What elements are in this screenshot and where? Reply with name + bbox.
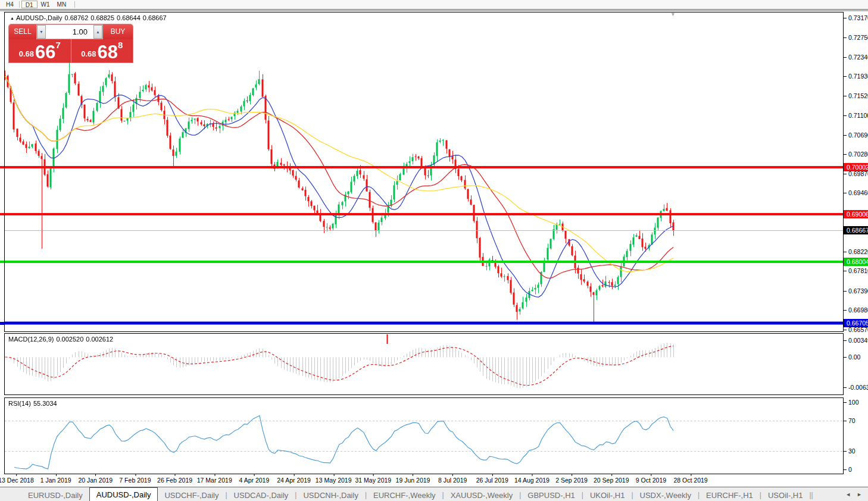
tab-eurchf-h1[interactable]: EURCHF-,H1 bbox=[700, 489, 760, 501]
macd-scale-tick: -0.00637 bbox=[843, 383, 868, 392]
price-tick: 0.71100 bbox=[843, 111, 868, 120]
price-tick: 0.70280 bbox=[843, 150, 868, 158]
price-tick: 0.73170 bbox=[843, 14, 868, 22]
hline-stub bbox=[0, 322, 4, 325]
volume-stepper: ▼ 1.00 ▲ bbox=[36, 24, 103, 39]
tabs-scroll-right-icon[interactable]: ► bbox=[857, 491, 862, 497]
tab-usdchf-daily[interactable]: USDCHF-,Daily bbox=[158, 489, 225, 501]
chart-ohlc-header: ▲AUDUSD-,Daily0.687620.688250.686440.686… bbox=[10, 14, 169, 21]
date-label: 14 Aug 2019 bbox=[514, 477, 549, 484]
date-label: 26 Jul 2019 bbox=[476, 477, 508, 484]
price-line-badge: 0.69006 bbox=[844, 210, 868, 218]
macd-name: MACD(12,26,9) bbox=[8, 336, 54, 343]
buy-price-sup: 8 bbox=[118, 40, 123, 50]
rsi-panel[interactable]: RSI(14)55.3034 bbox=[4, 397, 844, 474]
buy-price-big: 68 bbox=[97, 43, 117, 61]
timeframe-toolbar: H4D1W1MN bbox=[0, 0, 868, 9]
toolbar-separator bbox=[19, 1, 20, 8]
volume-input[interactable]: 1.00 bbox=[46, 25, 93, 39]
rsi-scale-tick: 0 bbox=[843, 465, 852, 474]
tab-eurchf-weekly[interactable]: EURCHF-,Weekly bbox=[367, 489, 442, 501]
current-price-badge: 0.68667 bbox=[844, 226, 868, 234]
buy-button[interactable]: BUY bbox=[103, 24, 133, 39]
date-label: 20 Sep 2019 bbox=[594, 477, 629, 484]
buy-price-quote[interactable]: 0.68688 bbox=[71, 39, 133, 62]
ohlc-low: 0.68644 bbox=[117, 14, 140, 21]
date-label: 31 May 2019 bbox=[355, 477, 391, 484]
price-tick: 0.68220 bbox=[843, 248, 868, 256]
price-tick: 0.66980 bbox=[843, 306, 868, 314]
toolbar-separator bbox=[74, 1, 75, 8]
macd-signal-value: 0.002612 bbox=[86, 336, 113, 343]
tab-ukoil-h1[interactable]: UKOil-,H1 bbox=[583, 489, 632, 501]
ohlc-close: 0.68667 bbox=[143, 14, 167, 21]
timeframe-button-w1[interactable]: W1 bbox=[38, 1, 54, 8]
tab-usdx-weekly[interactable]: USDX-,Weekly bbox=[633, 489, 698, 501]
rsi-value: 55.3034 bbox=[33, 400, 57, 407]
tab-usdcad-daily[interactable]: USDCAD-,Daily bbox=[227, 489, 295, 501]
chart-shift-marker-icon[interactable]: ▼ bbox=[670, 11, 676, 17]
price-tick: 0.71930 bbox=[843, 72, 868, 80]
date-label: 9 Oct 2019 bbox=[636, 477, 666, 484]
price-line-badge: 0.66705 bbox=[844, 319, 868, 327]
hline-stub bbox=[0, 261, 4, 263]
macd-panel[interactable]: MACD(12,26,9)0.0025200.002612 bbox=[4, 333, 844, 395]
one-click-trading-panel: SELL ▼ 1.00 ▲ BUY 0.68667 0.68688 bbox=[9, 24, 133, 62]
date-label: 17 Mar 2019 bbox=[197, 477, 232, 484]
timeframe-button-mn[interactable]: MN bbox=[54, 1, 70, 8]
date-label: 28 Oct 2019 bbox=[673, 477, 707, 484]
date-label: 2 Sep 2019 bbox=[555, 477, 588, 484]
price-scale[interactable]: 0.731700.727500.723400.719300.715200.711… bbox=[843, 0, 868, 487]
price-tick: 0.70690 bbox=[843, 131, 868, 139]
rsi-scale-tick: 70 bbox=[843, 417, 855, 425]
timeframe-button-d1[interactable]: D1 bbox=[21, 1, 38, 8]
sell-button[interactable]: SELL bbox=[9, 24, 36, 39]
tab-audusd-daily[interactable]: AUDUSD-,Daily bbox=[89, 487, 158, 501]
timeframe-button-h4[interactable]: H4 bbox=[2, 1, 17, 8]
tab-xauusd-weekly[interactable]: XAUUSD-,Weekly bbox=[444, 489, 520, 501]
tab-eurusd-daily[interactable]: EURUSD-,Daily bbox=[21, 489, 89, 501]
date-label: 4 Apr 2019 bbox=[239, 477, 269, 484]
tab-gbpusd-h1[interactable]: GBPUSD-,H1 bbox=[521, 489, 581, 501]
tabs-scroll-left-icon[interactable]: ◄ bbox=[845, 491, 851, 497]
mt4-terminal: H4D1W1MN ▲AUDUSD-,Daily0.687620.688250.6… bbox=[0, 0, 868, 501]
tab-usoil-h1[interactable]: USOil-,H1 bbox=[761, 489, 810, 501]
price-line-badge: 0.70002 bbox=[844, 163, 868, 171]
rsi-chart-canvas[interactable] bbox=[5, 398, 843, 474]
volume-increase-icon[interactable]: ▲ bbox=[93, 25, 102, 39]
symbol-collapse-icon[interactable]: ▲ bbox=[10, 16, 14, 20]
sell-price-big: 66 bbox=[35, 43, 55, 61]
date-label: 24 Apr 2019 bbox=[277, 477, 311, 484]
rsi-scale-tick: 100 bbox=[843, 398, 859, 406]
macd-main-value: 0.002520 bbox=[56, 336, 83, 343]
sell-price-prefix: 0.68 bbox=[19, 49, 34, 58]
date-label: 26 Feb 2019 bbox=[157, 477, 192, 484]
price-tick: 0.67810 bbox=[843, 267, 868, 275]
date-label: 1 Jan 2019 bbox=[40, 477, 71, 484]
date-label: 8 Jul 2019 bbox=[438, 477, 467, 484]
buy-price-prefix: 0.68 bbox=[81, 49, 96, 58]
hline-stub bbox=[0, 213, 4, 215]
ohlc-open: 0.68762 bbox=[65, 14, 89, 21]
price-tick: 0.69460 bbox=[843, 189, 868, 197]
macd-chart-canvas[interactable] bbox=[5, 334, 843, 394]
price-tick: 0.72750 bbox=[843, 33, 868, 42]
price-tick: 0.71520 bbox=[843, 92, 868, 100]
price-chart-panel[interactable]: ▲AUDUSD-,Daily0.687620.688250.686440.686… bbox=[4, 12, 844, 332]
chart-tabs-bar: EURUSD-,DailyAUDUSD-,DailyUSDCHF-,Daily|… bbox=[0, 487, 868, 501]
macd-label: MACD(12,26,9)0.0025200.002612 bbox=[8, 336, 115, 343]
sell-price-quote[interactable]: 0.68667 bbox=[9, 39, 71, 62]
volume-decrease-icon[interactable]: ▼ bbox=[37, 25, 46, 39]
tab-separator: | bbox=[811, 489, 813, 501]
macd-scale-tick: 0.00 bbox=[843, 353, 860, 361]
tab-scroll-arrows: ◄► bbox=[839, 491, 862, 497]
date-axis[interactable]: 13 Dec 20181 Jan 201920 Jan 20197 Feb 20… bbox=[4, 475, 844, 485]
ohlc-high: 0.68825 bbox=[90, 14, 114, 21]
hline-stub bbox=[0, 166, 4, 168]
sell-price-sup: 7 bbox=[55, 40, 60, 50]
date-label: 13 May 2019 bbox=[316, 477, 352, 484]
price-line-badge: 0.68004 bbox=[844, 258, 868, 266]
date-label: 19 Jun 2019 bbox=[396, 477, 430, 484]
tab-usdcnh-daily[interactable]: USDCNH-,Daily bbox=[296, 489, 364, 501]
date-label: 7 Feb 2019 bbox=[119, 477, 151, 484]
